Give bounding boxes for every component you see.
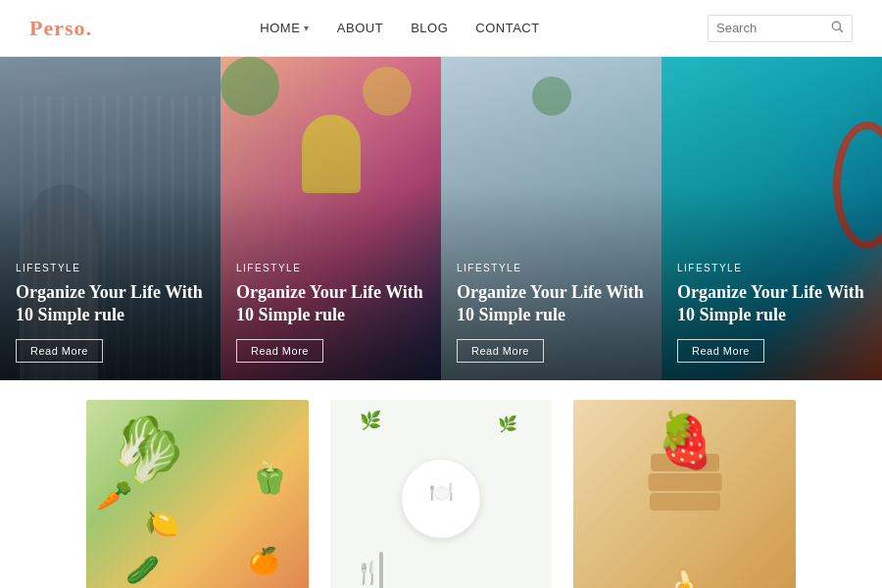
card-2-read-more[interactable]: Read More [236,339,323,363]
search-input[interactable] [716,21,824,35]
card-1-read-more[interactable]: Read More [16,339,103,363]
bottom-grid: 🥬 🥕 🍋 🫑 🥒 🍊 🍽️ 🌿 🌿 🍴 TRAVEL Charming [0,380,882,588]
card-4-category: LIFESTYLE [677,263,866,273]
nav-blog[interactable]: BLOG [411,21,448,35]
grid-img-bg-2: 🍽️ 🌿 🌿 🍴 [330,400,553,588]
card-3-content: LIFESTYLE Organize Your Life With 10 Sim… [441,245,662,380]
svg-line-1 [840,28,843,31]
grid-card-3[interactable]: 🍓 🍌 [573,400,796,588]
card-4-content: LIFESTYLE Organize Your Life With 10 Sim… [662,245,882,380]
card-4-title: Organize Your Life With 10 Simple rule [677,281,866,325]
featured-strip: LIFESTYLE Organize Your Life With 10 Sim… [0,57,882,380]
search-icon[interactable] [830,20,844,37]
card-2-category: LIFESTYLE [236,263,425,273]
card-1-category: LIFESTYLE [16,263,205,273]
nav-contact[interactable]: CONTACT [475,21,539,35]
featured-card-4[interactable]: LIFESTYLE Organize Your Life With 10 Sim… [662,57,882,380]
card-1-title: Organize Your Life With 10 Simple rule [16,281,205,325]
card-4-read-more[interactable]: Read More [677,339,764,363]
site-logo[interactable]: Perso. [29,16,92,41]
card-1-content: LIFESTYLE Organize Your Life With 10 Sim… [0,245,220,380]
card-3-title: Organize Your Life With 10 Simple rule [457,281,646,325]
card-3-category: LIFESTYLE [457,263,646,273]
svg-point-0 [832,22,840,29]
featured-card-3[interactable]: LIFESTYLE Organize Your Life With 10 Sim… [441,57,662,380]
grid-card-1[interactable]: 🥬 🥕 🍋 🫑 🥒 🍊 [86,400,309,588]
search-box [708,15,853,42]
card-2-content: LIFESTYLE Organize Your Life With 10 Sim… [220,245,441,380]
grid-img-bg-1: 🥬 🥕 🍋 🫑 🥒 🍊 [86,400,309,588]
nav-home[interactable]: HOME [260,21,310,35]
featured-card-2[interactable]: LIFESTYLE Organize Your Life With 10 Sim… [220,57,441,380]
grid-card-2-image: 🍽️ 🌿 🌿 🍴 [330,400,553,588]
grid-card-3-image: 🍓 🍌 [573,400,796,588]
grid-card-2[interactable]: 🍽️ 🌿 🌿 🍴 TRAVEL Charming Evening Field [330,400,553,588]
card-2-title: Organize Your Life With 10 Simple rule [236,281,425,325]
grid-img-bg-3: 🍓 🍌 [573,400,796,588]
card-3-read-more[interactable]: Read More [457,339,544,363]
grid-card-1-image: 🥬 🥕 🍋 🫑 🥒 🍊 [86,400,309,588]
featured-card-1[interactable]: LIFESTYLE Organize Your Life With 10 Sim… [0,57,220,380]
main-nav: HOME ABOUT BLOG CONTACT [260,21,539,35]
nav-about[interactable]: ABOUT [337,21,383,35]
